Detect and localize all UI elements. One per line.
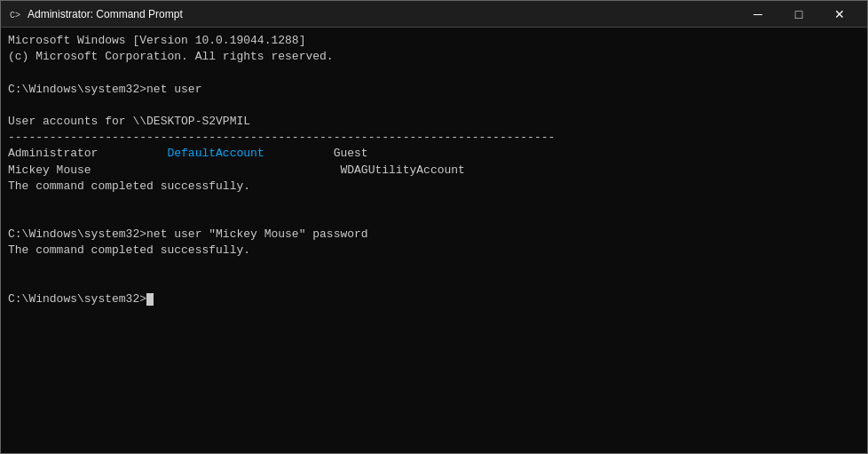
window-title: Administrator: Command Prompt: [28, 8, 738, 20]
line-success-2: The command completed successfully.: [8, 243, 860, 259]
line-accounts-2: Mickey Mouse WDAGUtilityAccount: [8, 163, 860, 179]
cmd-icon: C>: [8, 7, 22, 21]
line-empty-4: [8, 275, 860, 291]
line-3: [8, 65, 860, 81]
window-controls: ─ □ ✕: [738, 1, 860, 28]
svg-text:C>: C>: [10, 11, 20, 20]
line-empty-3: [8, 259, 860, 275]
line-6: User accounts for \\DESKTOP-S2VPMIL: [8, 114, 860, 130]
command-prompt-window: C> Administrator: Command Prompt ─ □ ✕ M…: [0, 0, 868, 454]
line-2: (c) Microsoft Corporation. All rights re…: [8, 49, 860, 65]
close-button[interactable]: ✕: [819, 1, 860, 28]
minimize-button[interactable]: ─: [738, 1, 778, 28]
line-empty-2: [8, 211, 860, 227]
cursor: [146, 293, 154, 306]
line-success-1: The command completed successfully.: [8, 179, 860, 195]
maximize-button[interactable]: □: [778, 1, 819, 28]
line-net-user-cmd: C:\Windows\system32>net user "Mickey Mou…: [8, 227, 860, 243]
line-prompt: C:\Windows\system32>: [8, 291, 860, 307]
line-accounts-1: Administrator DefaultAccount Guest: [8, 146, 860, 162]
line-empty-1: [8, 195, 860, 211]
line-5: [8, 98, 860, 114]
title-bar: C> Administrator: Command Prompt ─ □ ✕: [1, 1, 867, 28]
console-output[interactable]: Microsoft Windows [Version 10.0.19044.12…: [1, 28, 867, 453]
line-4: C:\Windows\system32>net user: [8, 82, 860, 98]
line-1: Microsoft Windows [Version 10.0.19044.12…: [8, 33, 860, 49]
line-separator: ----------------------------------------…: [8, 130, 860, 146]
